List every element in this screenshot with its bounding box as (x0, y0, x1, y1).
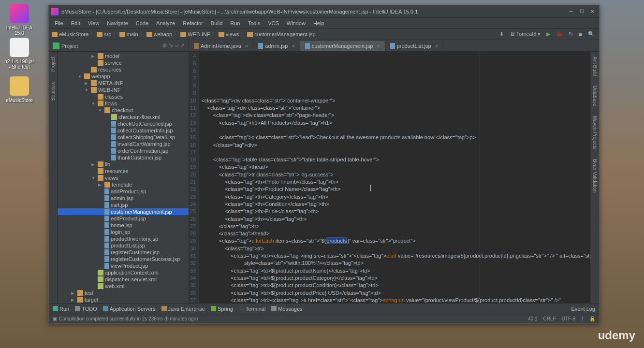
code-line[interactable]: <class="tag">p class=class="str">"lead">… (201, 134, 590, 141)
editor-area[interactable]: 4567891011121314151617181920212223242526… (189, 52, 590, 303)
bottom-appservers[interactable]: Application Servers (103, 306, 156, 312)
tree-item[interactable]: admin.jsp (58, 195, 189, 202)
code-line[interactable] (201, 89, 590, 97)
project-tree[interactable]: ▶modelserviceresources▼webapp▶META-INF▼W… (58, 52, 189, 303)
menu-window[interactable]: Window (283, 19, 309, 27)
editor-tab[interactable]: customerManagement.jsp× (300, 41, 385, 51)
code-line[interactable] (201, 82, 590, 89)
menu-vcs[interactable]: VCS (264, 19, 283, 27)
tree-item[interactable]: ▶META-INF (58, 80, 189, 87)
editor-tab[interactable]: admin.jsp× (253, 41, 300, 51)
code-line[interactable]: <class="tag">div class=class="str">"cont… (201, 104, 590, 112)
code-line[interactable]: <class="tag">table class=class="str">"ta… (201, 156, 590, 163)
bottom-terminal[interactable]: Terminal (239, 306, 266, 312)
debug-icon[interactable]: 🐞 (555, 30, 564, 38)
code-line[interactable]: <class="tag">th>Condition</class="tag">t… (201, 201, 590, 208)
tree-item[interactable]: ▶test (58, 290, 189, 296)
code-line[interactable]: <class="tag">td><class="tag">a href=clas… (201, 297, 590, 303)
tree-item[interactable]: customerManagement.jsp (58, 208, 189, 215)
tree-item[interactable]: collectCustomerInfo.jsp (58, 127, 189, 134)
breadcrumb-item[interactable]: customerManagement.jsp (247, 31, 316, 37)
tree-item[interactable]: ▼WEB-INF (58, 87, 189, 93)
menu-edit[interactable]: Edit (67, 19, 84, 27)
bottom-run[interactable]: Run (53, 306, 69, 312)
code-line[interactable] (201, 149, 590, 156)
status-insert-icon[interactable]: ⤴ (581, 316, 584, 321)
sidebar-tab-structure[interactable]: Structure (50, 81, 56, 101)
tree-item[interactable]: applicationContext.xml (58, 269, 189, 276)
bottom-eventlog[interactable]: Event Log (571, 306, 595, 312)
tree-item[interactable]: registerCustomer.jsp (58, 249, 189, 256)
breadcrumb-item[interactable]: src〉 (97, 30, 118, 38)
breadcrumb-item[interactable]: main〉 (119, 30, 145, 38)
code-line[interactable]: <class="tag">th>Product Name</class="tag… (201, 186, 590, 193)
menu-file[interactable]: File (51, 19, 67, 27)
tree-item[interactable]: ▶target (58, 296, 189, 303)
sidebar-tab-database[interactable]: Database (592, 86, 598, 106)
breadcrumb-item[interactable]: WEB-INF〉 (180, 30, 217, 38)
code-line[interactable]: <class="tag">tr class=class="str">"bg-su… (201, 171, 590, 178)
sidebar-tab-project[interactable]: Project (50, 57, 56, 72)
status-line-separator[interactable]: CRLF (543, 316, 556, 321)
tree-item[interactable]: home.jsp (58, 222, 189, 229)
close-icon[interactable]: ✕ (589, 9, 595, 14)
status-encoding[interactable]: UTF-8 (562, 316, 575, 321)
menu-view[interactable]: View (84, 19, 103, 27)
tree-item[interactable]: orderConfirmation.jsp (58, 147, 189, 154)
code-line[interactable]: <class="tag">thead> (201, 163, 590, 171)
tree-item[interactable]: resources (58, 168, 189, 174)
tree-item[interactable]: ▼flows (58, 100, 189, 107)
tree-item[interactable]: login.jsp (58, 229, 189, 235)
code-line[interactable]: <class="tag">th>Photo Thumb</class="tag"… (201, 178, 590, 186)
build-icon[interactable]: ⬇ (498, 30, 505, 38)
tree-item[interactable]: ▶lib (58, 161, 189, 168)
tree-item[interactable]: productList.jsp (58, 242, 189, 249)
search-icon[interactable]: 🔍 (586, 30, 596, 38)
tree-item[interactable]: checkOutCancelled.jsp (58, 120, 189, 127)
code-line[interactable]: </class="tag">div> (201, 142, 590, 149)
tree-item[interactable]: ▼views (58, 174, 189, 181)
tree-item[interactable]: checkout-flow.xml (58, 114, 189, 120)
tree-item[interactable]: web.xml (58, 283, 189, 290)
run-icon[interactable]: ▶ (545, 30, 552, 38)
tree-item[interactable]: thankCustomer.jsp (58, 154, 189, 161)
tree-item[interactable]: invalidCartWarning.jsp (58, 141, 189, 147)
menu-analyze[interactable]: Analyze (152, 19, 179, 27)
tree-item[interactable]: cart.jsp (58, 202, 189, 208)
tree-item[interactable]: editProduct.jsp (58, 215, 189, 222)
code-line[interactable]: <class="tag">th>Price</class="tag">th> (201, 208, 590, 215)
minimize-icon[interactable]: ─ (568, 9, 574, 14)
menu-tools[interactable]: Tools (244, 19, 264, 27)
menu-navigate[interactable]: Navigate (103, 19, 132, 27)
code-line[interactable] (201, 127, 590, 134)
code-line[interactable]: <class="tag">td>${product.productCategor… (201, 275, 590, 282)
code-line[interactable]: </class="tag">thead> (201, 230, 590, 237)
tree-item[interactable]: productInventory.jsp (58, 235, 189, 242)
sidebar-tab-bean[interactable]: Bean Validation (592, 159, 598, 192)
tree-item[interactable]: collectShippingDetail.jsp (58, 134, 189, 141)
code-line[interactable]: <class="tag">tr> (201, 245, 590, 252)
desktop-icon-intellij[interactable]: IntelliJ IDEA 15.0 (4, 4, 35, 36)
status-lock-icon[interactable]: 🔓 (589, 316, 595, 321)
code-line[interactable]: <class="tag">div class=class="str">"cont… (201, 97, 590, 104)
tree-item[interactable]: ▼checkout (58, 107, 189, 114)
maximize-icon[interactable]: ☐ (579, 9, 585, 14)
code-line[interactable]: <class="tag">div class=class="str">"page… (201, 112, 590, 119)
rerun-icon[interactable]: ↻ (567, 30, 574, 38)
code-line[interactable]: <class="tag">td>${product.productPrice} … (201, 290, 590, 297)
breadcrumb-item[interactable]: webapp〉 (146, 30, 179, 38)
code-line[interactable]: <class="tag">td>${product.productName}</… (201, 267, 590, 275)
toggle-tool-windows-icon[interactable]: ▣ (53, 316, 57, 321)
desktop-icon-h2jar[interactable]: h2-1.4.190.jar - Shortcut (4, 38, 35, 70)
bottom-javaee[interactable]: Java Enterprise (161, 306, 205, 312)
code-editor[interactable]: <class="tag">div class=class="str">"cont… (199, 52, 590, 303)
code-line[interactable]: <class="tag">td><class="tag">img src=cla… (201, 252, 590, 260)
sidebar-tab-maven[interactable]: Maven Projects (592, 116, 598, 149)
breadcrumb-item[interactable]: eMusicStore〉 (52, 30, 95, 38)
run-config-dropdown[interactable]: 🖥 Tomcat8 ▾ (508, 30, 542, 38)
tree-item[interactable]: resources (58, 66, 189, 73)
code-line[interactable]: <class="tag">c:forEach items=class="str"… (201, 237, 590, 245)
desktop-icon-emusicstore[interactable]: eMusicStore (4, 76, 35, 103)
tree-item[interactable]: registerCustomerSuccess.jsp (58, 256, 189, 262)
code-line[interactable]: </class="tag">tr> (201, 223, 590, 230)
